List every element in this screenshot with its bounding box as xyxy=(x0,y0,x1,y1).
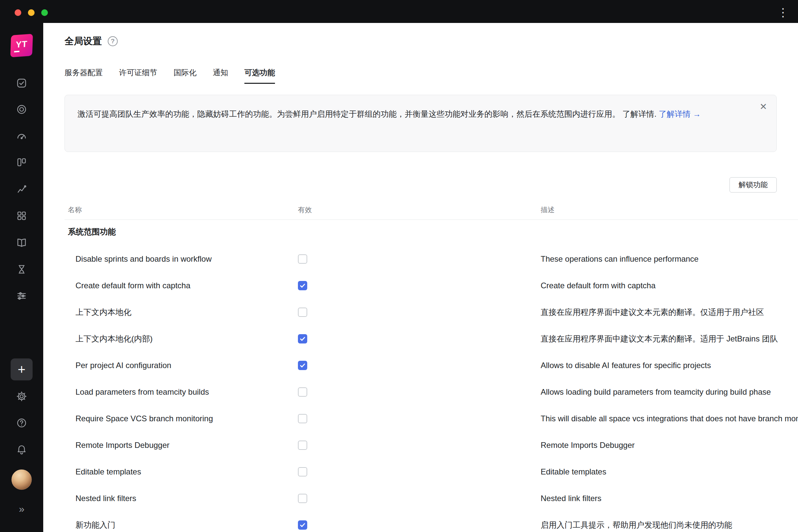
page-help-icon[interactable]: ? xyxy=(108,36,118,46)
section-title: 系统范围功能 xyxy=(68,226,116,237)
feature-name: Load parameters from teamcity builds xyxy=(64,387,298,397)
feature-description: 启用入门工具提示，帮助用户发现他们尚未使用的功能 xyxy=(540,520,798,530)
create-plus-button[interactable]: + xyxy=(11,358,33,380)
table-row: Create default form with captchaCreate d… xyxy=(64,272,798,299)
logo-underscore xyxy=(14,51,19,52)
tab-2[interactable]: 许可证细节 xyxy=(119,68,157,84)
feature-name: 上下文内本地化(内部) xyxy=(64,334,298,344)
feature-enabled-cell xyxy=(298,307,540,317)
feature-description: Allows loading build parameters from tea… xyxy=(540,387,798,397)
feature-enabled-cell xyxy=(298,281,540,290)
checkbox-unchecked[interactable] xyxy=(298,387,307,397)
checkbox-checked[interactable] xyxy=(298,334,307,343)
feature-name: Nested link filters xyxy=(64,494,298,503)
feature-description: 直接在应用程序界面中建议文本元素的翻译。适用于 JetBrains 团队 xyxy=(540,334,798,344)
minimize-window-button[interactable] xyxy=(28,9,35,16)
column-header-name: 名称 xyxy=(64,205,298,214)
checkbox-unchecked[interactable] xyxy=(298,440,307,450)
feature-name: Create default form with captcha xyxy=(64,281,298,290)
tab-3[interactable]: 国际化 xyxy=(174,68,196,84)
feature-rows: Disable sprints and boards in workflowTh… xyxy=(64,246,798,532)
feature-description: 直接在应用程序界面中建议文本元素的翻译。仅适用于用户社区 xyxy=(540,307,798,318)
apps-grid-icon[interactable] xyxy=(16,210,27,222)
feature-name: Per project AI configuration xyxy=(64,361,298,370)
table-row: Editable templatesEditable templates xyxy=(64,458,798,485)
user-avatar[interactable] xyxy=(12,470,32,490)
agile-boards-icon[interactable] xyxy=(16,157,27,168)
zoom-window-button[interactable] xyxy=(41,9,48,16)
plus-icon: + xyxy=(18,363,25,376)
table-row: 新功能入门启用入门工具提示，帮助用户发现他们尚未使用的功能 xyxy=(64,512,798,532)
main-content: 全局设置 ? 服务器配置许可证细节国际化通知可选功能 激活可提高团队生产效率的功… xyxy=(43,23,798,532)
tasks-check-icon[interactable] xyxy=(16,77,27,89)
table-row: Remote Imports DebuggerRemote Imports De… xyxy=(64,432,798,458)
traffic-lights xyxy=(15,9,48,16)
tabs: 服务器配置许可证细节国际化通知可选功能 xyxy=(64,68,275,84)
window-menu-icon[interactable]: ⋮ xyxy=(777,7,789,18)
checkbox-checked[interactable] xyxy=(298,281,307,290)
feature-name: Disable sprints and boards in workflow xyxy=(64,254,298,264)
expand-sidebar-icon[interactable]: » xyxy=(19,504,25,514)
feature-name: 上下文内本地化 xyxy=(64,307,298,318)
close-window-button[interactable] xyxy=(15,9,21,16)
table-row: Per project AI configurationAllows to di… xyxy=(64,352,798,379)
youtrack-logo[interactable]: YT xyxy=(10,34,33,58)
close-banner-icon[interactable]: ✕ xyxy=(757,100,769,113)
tab-5[interactable]: 可选功能 xyxy=(244,68,275,84)
feature-description: Editable templates xyxy=(540,467,798,476)
checkbox-checked[interactable] xyxy=(298,361,307,370)
page-header: 全局设置 ? xyxy=(64,35,118,48)
feature-description: Remote Imports Debugger xyxy=(540,440,798,450)
feature-enabled-cell xyxy=(298,254,540,264)
knowledge-base-icon[interactable] xyxy=(16,237,27,248)
feature-description: Create default form with captcha xyxy=(540,281,798,290)
reports-chart-icon[interactable] xyxy=(16,184,27,195)
table-header: 名称 有效 描述 xyxy=(64,205,798,214)
help-icon[interactable] xyxy=(16,417,27,429)
feature-enabled-cell xyxy=(298,334,540,343)
tab-1[interactable]: 服务器配置 xyxy=(64,68,103,84)
checkbox-checked[interactable] xyxy=(298,520,307,530)
checkbox-unchecked[interactable] xyxy=(298,414,307,423)
timesheets-hourglass-icon[interactable] xyxy=(16,264,27,275)
feature-description: Allows to disable AI features for specif… xyxy=(540,361,798,370)
workflow-sliders-icon[interactable] xyxy=(16,290,27,302)
feature-description: These operations can influence performan… xyxy=(540,254,798,264)
table-row: Require Space VCS branch monitoringThis … xyxy=(64,405,798,432)
dashboard-gauge-icon[interactable] xyxy=(16,130,27,141)
feature-enabled-cell xyxy=(298,414,540,423)
logo-text: YT xyxy=(16,39,27,50)
banner-text: 激活可提高团队生产效率的功能，隐藏妨碍工作的功能。为尝鲜用户启用特定于群组的功能… xyxy=(77,109,659,118)
learn-more-link[interactable]: 了解详情 → xyxy=(659,109,701,118)
sidebar: YT + » xyxy=(0,0,43,532)
feature-description: This will disable all space vcs integrat… xyxy=(540,414,798,423)
gear-icon[interactable] xyxy=(16,391,27,402)
checkbox-unchecked[interactable] xyxy=(298,494,307,503)
column-header-enabled: 有效 xyxy=(298,205,540,214)
page-title: 全局设置 xyxy=(64,35,102,48)
table-row: Disable sprints and boards in workflowTh… xyxy=(64,246,798,272)
feature-enabled-cell xyxy=(298,361,540,370)
checkbox-unchecked[interactable] xyxy=(298,467,307,476)
projects-target-icon[interactable] xyxy=(16,104,27,115)
feature-name: Editable templates xyxy=(64,467,298,476)
feature-name: 新功能入门 xyxy=(64,520,298,530)
bell-icon[interactable] xyxy=(16,444,27,455)
table-row: 上下文内本地化直接在应用程序界面中建议文本元素的翻译。仅适用于用户社区 xyxy=(64,299,798,325)
feature-name: Remote Imports Debugger xyxy=(64,440,298,450)
tab-4[interactable]: 通知 xyxy=(213,68,228,84)
table-row: 上下文内本地化(内部)直接在应用程序界面中建议文本元素的翻译。适用于 JetBr… xyxy=(64,325,798,352)
feature-enabled-cell xyxy=(298,387,540,397)
feature-description: Nested link filters xyxy=(540,494,798,503)
table-row: Nested link filtersNested link filters xyxy=(64,485,798,512)
feature-enabled-cell xyxy=(298,520,540,530)
checkbox-unchecked[interactable] xyxy=(298,254,307,264)
feature-enabled-cell xyxy=(298,440,540,450)
checkbox-unchecked[interactable] xyxy=(298,307,307,317)
table-divider xyxy=(64,220,798,220)
feature-enabled-cell xyxy=(298,467,540,476)
column-header-description: 描述 xyxy=(540,205,798,214)
unlock-features-button[interactable]: 解锁功能 xyxy=(729,177,777,192)
info-banner: 激活可提高团队生产效率的功能，隐藏妨碍工作的功能。为尝鲜用户启用特定于群组的功能… xyxy=(64,95,777,152)
feature-enabled-cell xyxy=(298,494,540,503)
